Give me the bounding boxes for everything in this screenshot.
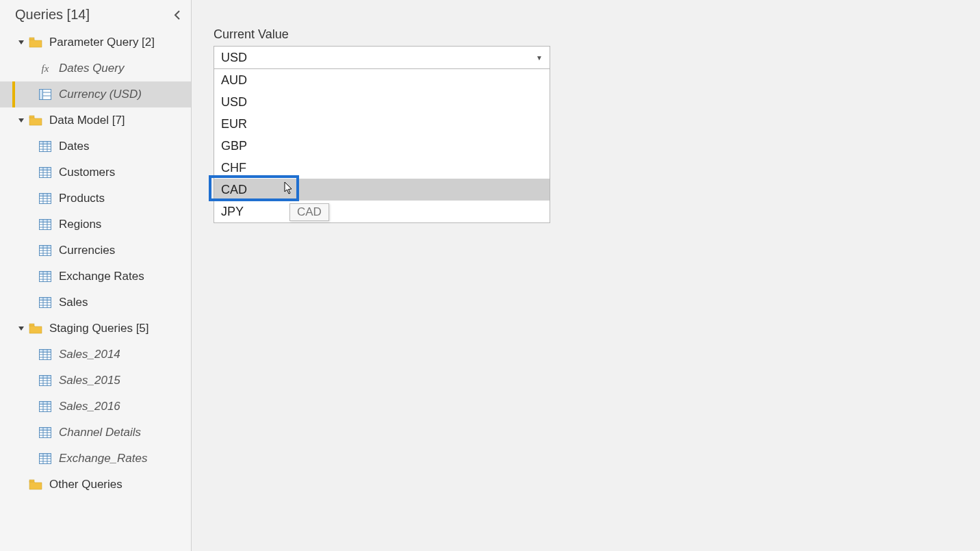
query-item[interactable]: Customers [0, 159, 191, 185]
queries-sidebar: Queries [14] Parameter Query [2]fxDates … [0, 0, 192, 551]
table-icon [38, 401, 52, 412]
svg-rect-48 [29, 324, 34, 326]
sidebar-title: Queries [14] [15, 7, 90, 23]
current-value-label: Current Value [214, 27, 980, 42]
query-item-label: Exchange Rates [59, 270, 144, 283]
query-item-label: Currency (USD) [59, 88, 142, 101]
folder-icon [29, 37, 42, 48]
query-item-label: Dates Query [59, 62, 124, 75]
sidebar-header: Queries [14] [0, 0, 191, 28]
query-item-label: Sales_2015 [59, 374, 120, 387]
query-item[interactable]: Sales_2015 [0, 368, 191, 394]
chevron-down-icon: ▼ [536, 54, 543, 62]
svg-rect-74 [40, 454, 51, 457]
query-item[interactable]: Products [0, 185, 191, 212]
folder-icon [29, 323, 42, 334]
svg-rect-62 [40, 402, 51, 405]
svg-rect-13 [40, 168, 51, 170]
svg-rect-0 [29, 38, 34, 40]
svg-rect-79 [29, 480, 34, 482]
query-item[interactable]: Sales [0, 290, 191, 316]
svg-rect-5 [29, 116, 34, 118]
current-value-dropdown[interactable]: AUDUSDEURGBPCHFCADJPY [214, 69, 550, 223]
query-item-label: Exchange_Rates [59, 452, 147, 465]
svg-rect-37 [40, 272, 51, 274]
svg-rect-19 [40, 194, 51, 196]
table-icon [38, 167, 52, 178]
query-item-label: Regions [59, 218, 101, 231]
folder-icon [29, 115, 42, 126]
query-item[interactable]: Regions [0, 212, 191, 238]
query-item-label: Sales_2014 [59, 348, 120, 361]
query-item[interactable]: Dates [0, 133, 191, 159]
query-item-label: Customers [59, 166, 115, 179]
svg-rect-56 [40, 376, 51, 379]
table-icon [38, 349, 52, 360]
table-icon [38, 427, 52, 438]
group-label: Staging Queries [5] [49, 322, 149, 335]
query-group[interactable]: Data Model [7] [0, 107, 191, 133]
svg-rect-68 [40, 428, 51, 431]
table-icon [38, 297, 52, 308]
table-icon [38, 271, 52, 282]
svg-rect-43 [40, 298, 51, 300]
table-icon [38, 193, 52, 204]
group-label: Other Queries [49, 478, 122, 491]
svg-rect-2 [40, 90, 43, 100]
dropdown-option[interactable]: USD [214, 91, 550, 113]
query-group[interactable]: Staging Queries [5] [0, 316, 191, 342]
table-icon [38, 453, 52, 464]
query-item-label: Products [59, 192, 105, 205]
query-item[interactable]: fxDates Query [0, 55, 191, 81]
table-icon [38, 375, 52, 386]
folder-icon [29, 479, 42, 490]
query-item-label: Channel Details [59, 426, 141, 439]
query-item[interactable]: Currencies [0, 238, 191, 264]
dropdown-option[interactable]: CHF [214, 157, 550, 179]
svg-rect-31 [40, 246, 51, 248]
fx-icon: fx [38, 63, 52, 74]
query-item[interactable]: Exchange_Rates [0, 446, 191, 472]
query-item[interactable]: Sales_2014 [0, 342, 191, 368]
query-item-label: Sales [59, 296, 88, 309]
queries-tree: Parameter Query [2]fxDates QueryCurrency… [0, 28, 191, 498]
query-item[interactable]: Sales_2016 [0, 394, 191, 420]
table-icon [38, 245, 52, 256]
table-icon [38, 219, 52, 230]
current-value-combo[interactable]: USD ▼ [214, 46, 550, 69]
caret-down-icon [18, 39, 27, 46]
query-item[interactable]: Currency (USD) [0, 81, 191, 107]
query-group[interactable]: Parameter Query [2] [0, 29, 191, 55]
svg-rect-25 [40, 220, 51, 222]
dropdown-option[interactable]: EUR [214, 113, 550, 135]
combo-selected-value: USD [221, 51, 247, 65]
query-item-label: Dates [59, 140, 89, 153]
group-label: Data Model [7] [49, 114, 125, 127]
collapse-sidebar-icon[interactable] [173, 10, 181, 20]
query-group-other[interactable]: Other Queries [0, 472, 191, 498]
query-item-label: Currencies [59, 244, 115, 257]
caret-down-icon [18, 325, 27, 332]
dropdown-option[interactable]: CAD [214, 179, 550, 201]
param-icon [38, 89, 52, 100]
dropdown-option[interactable]: GBP [214, 135, 550, 157]
table-icon [38, 141, 52, 152]
query-item-label: Sales_2016 [59, 400, 120, 413]
caret-down-icon [18, 117, 27, 124]
main-panel: Current Value USD ▼ AUDUSDEURGBPCHFCADJP… [192, 0, 980, 551]
group-label: Parameter Query [2] [49, 36, 155, 49]
dropdown-option[interactable]: AUD [214, 69, 550, 91]
svg-rect-7 [40, 142, 51, 144]
query-item[interactable]: Exchange Rates [0, 264, 191, 290]
query-item[interactable]: Channel Details [0, 420, 191, 446]
dropdown-option[interactable]: JPY [214, 201, 550, 222]
svg-rect-50 [40, 350, 51, 353]
